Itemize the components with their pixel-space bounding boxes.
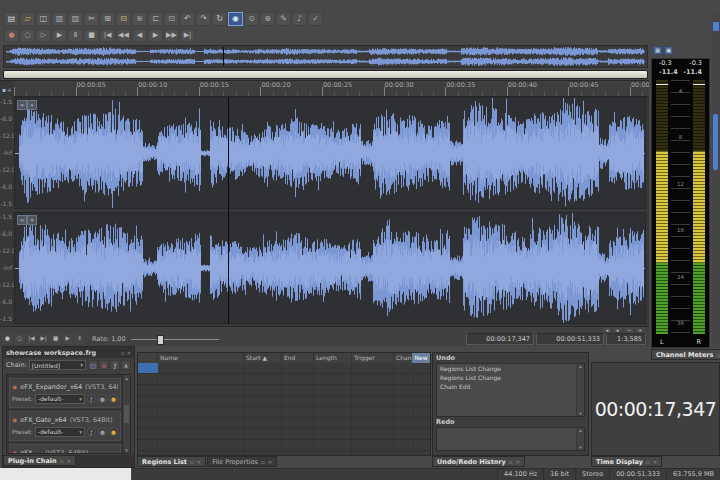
audio-settings-icon[interactable]: ♪ — [292, 12, 307, 26]
tab-undo-redo-history[interactable]: Undo/Redo History ▫ × — [432, 456, 525, 467]
edit-plugin-icon[interactable]: ƒ — [87, 427, 96, 436]
undo-list-scrollbar[interactable]: ▴ ▾ — [576, 364, 584, 416]
float-icon[interactable]: ▫ — [121, 350, 125, 356]
undo-item[interactable]: Chain Edit — [437, 382, 584, 391]
close-icon[interactable]: × — [268, 459, 273, 465]
cut-icon[interactable]: ✂ — [84, 12, 99, 26]
float-icon[interactable]: ▫ — [716, 352, 720, 358]
event-tool-icon[interactable]: ⊕ — [260, 12, 275, 26]
snap-icon[interactable]: ▪ — [2, 86, 6, 93]
magnify-tool-icon[interactable]: ⊙ — [244, 12, 259, 26]
undo-item[interactable]: Regions List Change — [437, 364, 584, 373]
plugin-power-icon[interactable]: ◉ — [12, 449, 17, 454]
mix-icon[interactable]: ≋ — [132, 12, 147, 26]
play-icon[interactable]: ▶ — [62, 334, 73, 345]
plugin-card[interactable]: ◉ eFX_… (VST3, 64Bit) Preset: -default- … — [9, 444, 121, 454]
marker-icon[interactable]: + — [7, 86, 12, 93]
record-icon[interactable]: ● — [4, 29, 19, 42]
edit-plugin-icon[interactable]: ƒ — [87, 394, 96, 403]
column-header[interactable]: Start ▲ — [244, 353, 282, 363]
scroll-down-icon[interactable]: ▾ — [579, 411, 581, 416]
redo-list[interactable]: ▴ ▾ — [436, 427, 585, 451]
tab-file-properties[interactable]: File Properties ▫ × — [207, 456, 277, 467]
goto-start-icon[interactable]: |◀ — [26, 334, 37, 345]
automate-plugin-icon[interactable]: ● — [109, 394, 118, 403]
undo-item[interactable]: Regions List Change — [437, 373, 584, 382]
paste-special-icon[interactable]: ⊡ — [164, 12, 179, 26]
position-scrollbar[interactable] — [3, 70, 648, 79]
open-file-icon[interactable]: ▱ — [20, 12, 35, 26]
close-icon[interactable]: × — [515, 459, 520, 465]
rate-slider-thumb[interactable] — [157, 335, 164, 345]
tab-regions-list[interactable]: Regions List ▫ × — [137, 456, 206, 467]
undo-icon[interactable]: ↶ — [180, 12, 195, 26]
overview-bar[interactable] — [3, 45, 648, 68]
column-header[interactable]: End — [282, 353, 314, 363]
trim-icon[interactable]: ⊏ — [148, 12, 163, 26]
save-icon[interactable]: ◫ — [36, 12, 51, 26]
regions-grid[interactable] — [138, 363, 430, 455]
meter-options-icon[interactable]: ▦ — [653, 46, 662, 55]
meters-display[interactable]: -0.3-0.3 -11.4-11.4 4812182436 LR — [651, 58, 710, 348]
paste-icon[interactable]: ⊟ — [116, 12, 131, 26]
meter-hold-icon[interactable]: ▣ — [664, 46, 673, 55]
channel-grip-icon[interactable]: ≡ — [17, 100, 27, 110]
position-box[interactable]: 00:00:17,347 — [466, 333, 534, 345]
waveform-ch2[interactable]: ≡ ▾ — [14, 212, 646, 324]
pencil-tool-icon[interactable]: ✎ — [276, 12, 291, 26]
redo-icon[interactable]: ↷ — [196, 12, 211, 26]
repeat-icon[interactable]: ↻ — [212, 12, 227, 26]
pause-icon[interactable]: Ⅱ — [68, 29, 83, 42]
selected-cell[interactable] — [138, 363, 158, 373]
record-icon[interactable]: ● — [2, 334, 13, 345]
dock-scroll-thumb[interactable] — [713, 114, 718, 170]
float-icon[interactable]: ▫ — [60, 458, 64, 464]
script-icon[interactable]: ✓ — [308, 12, 323, 26]
close-icon[interactable]: × — [197, 459, 202, 465]
goto-start-icon[interactable]: |◀ — [100, 29, 115, 42]
scroll-up-icon[interactable]: ▴ — [579, 428, 581, 433]
redo-list-scrollbar[interactable]: ▴ ▾ — [576, 428, 584, 450]
overview-waveform-ch2[interactable] — [6, 57, 645, 66]
overview-waveform-ch1[interactable] — [6, 47, 645, 56]
tab-plugin-chain[interactable]: Plug-in Chain ▫ × — [3, 455, 76, 466]
goto-end-icon[interactable]: ▶| — [180, 29, 195, 42]
rate-slider[interactable] — [131, 334, 219, 344]
play-icon[interactable]: ▶ — [52, 29, 67, 42]
fast-forward-icon[interactable]: ▶▶ — [164, 29, 179, 42]
step-back-icon[interactable]: ◀ — [132, 29, 147, 42]
waveform-ch1[interactable]: ≡ ▾ — [14, 97, 646, 209]
time-ruler[interactable]: 00:00:0500:00:1000:00:1500:00:2000:00:25… — [14, 81, 649, 97]
step-forward-icon[interactable]: ▶ — [148, 29, 163, 42]
close-icon[interactable]: × — [653, 459, 658, 465]
save-all-icon[interactable]: ▥ — [52, 12, 67, 26]
column-header[interactable]: Name — [158, 353, 244, 363]
edit-tool-icon[interactable]: ◉ — [228, 12, 243, 26]
plugin-chain-titlebar[interactable]: showcase workspace.frg ▫ × — [3, 347, 134, 358]
channel-arrow-icon[interactable]: ▾ — [27, 215, 37, 225]
column-header[interactable] — [138, 353, 158, 363]
zoom-ratio-box[interactable]: 1:3,585 — [606, 333, 646, 345]
bypass-chain-icon[interactable]: ƒ — [110, 360, 120, 370]
chain-options-icon[interactable]: ∧ — [121, 360, 131, 370]
scroll-down-icon[interactable]: ▾ — [579, 445, 581, 450]
delete-chain-icon[interactable]: ⊗ — [99, 360, 109, 370]
loop-playback-icon[interactable]: ○ — [14, 334, 25, 345]
copy-icon[interactable]: ⊞ — [100, 12, 115, 26]
float-icon[interactable]: ▫ — [190, 459, 194, 465]
loop-playback-icon[interactable]: ○ — [20, 29, 35, 42]
column-header[interactable]: Length — [314, 353, 352, 363]
goto-end-icon[interactable]: ▶| — [38, 334, 49, 345]
channel-grip-icon[interactable]: ≡ — [17, 215, 27, 225]
preset-select[interactable]: -default- ▾ — [35, 427, 85, 437]
new-file-icon[interactable]: ▤ — [4, 12, 19, 26]
length-box[interactable]: 00:00:51,333 — [536, 333, 604, 345]
waveform-canvas-ch2[interactable] — [15, 213, 645, 323]
tab-time-display[interactable]: Time Display ▫ × — [591, 456, 662, 467]
float-icon[interactable]: ▫ — [509, 459, 513, 465]
stop-icon[interactable]: ■ — [84, 29, 99, 42]
stop-icon[interactable]: ■ — [50, 334, 61, 345]
chain-select[interactable]: [Untitled] ▾ — [29, 360, 86, 370]
bypass-plugin-icon[interactable]: ● — [98, 394, 107, 403]
waveform-canvas-ch1[interactable] — [15, 98, 645, 208]
